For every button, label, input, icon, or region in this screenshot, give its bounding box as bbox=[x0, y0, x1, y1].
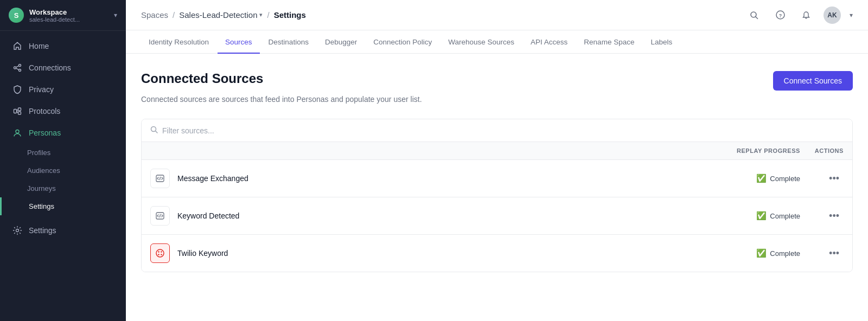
breadcrumb-space-name[interactable]: Sales-Lead-Detection ▾ bbox=[179, 10, 263, 20]
sidebar-item-privacy-label: Privacy bbox=[29, 85, 54, 94]
svg-rect-6 bbox=[18, 108, 21, 111]
page-description: Connected sources are sources that feed … bbox=[141, 95, 853, 104]
source-more-button-keyword-detected[interactable]: ••• bbox=[825, 208, 844, 224]
source-status-twilio-keyword: ✅ Complete bbox=[703, 248, 800, 258]
tab-labels[interactable]: Labels bbox=[643, 30, 680, 54]
privacy-icon bbox=[12, 85, 22, 94]
tab-debugger[interactable]: Debugger bbox=[317, 30, 365, 54]
sidebar-item-protocols-label: Protocols bbox=[29, 107, 60, 115]
notifications-button[interactable] bbox=[797, 7, 815, 24]
source-name-twilio-keyword: Twilio Keyword bbox=[177, 249, 703, 258]
main-content: Spaces / Sales-Lead-Detection ▾ / Settin… bbox=[126, 0, 868, 321]
space-name-text: Sales-Lead-Detection bbox=[179, 10, 257, 20]
source-status-keyword-detected: ✅ Complete bbox=[703, 211, 800, 221]
source-icon-keyword-detected bbox=[150, 206, 170, 226]
source-row-keyword-detected: Keyword Detected ✅ Complete ••• bbox=[142, 197, 852, 235]
tab-identity-resolution[interactable]: Identity Resolution bbox=[141, 30, 216, 54]
svg-point-22 bbox=[156, 249, 164, 257]
svg-point-26 bbox=[161, 254, 162, 255]
top-header: Spaces / Sales-Lead-Detection ▾ / Settin… bbox=[126, 0, 868, 30]
source-more-button-twilio-keyword[interactable]: ••• bbox=[825, 246, 844, 261]
complete-check-icon-3: ✅ bbox=[756, 248, 767, 258]
tab-connection-policy[interactable]: Connection Policy bbox=[366, 30, 439, 54]
complete-check-icon-2: ✅ bbox=[756, 211, 767, 221]
sidebar-item-home[interactable]: Home bbox=[0, 35, 126, 57]
home-icon bbox=[12, 41, 22, 51]
audiences-label: Audiences bbox=[27, 166, 60, 175]
sidebar-item-settings[interactable]: Settings bbox=[0, 220, 126, 241]
journeys-label: Journeys bbox=[27, 184, 56, 192]
source-more-button-message-exchanged[interactable]: ••• bbox=[825, 171, 844, 187]
breadcrumb-sep-1: / bbox=[173, 10, 175, 20]
svg-point-2 bbox=[19, 69, 21, 72]
protocols-icon bbox=[12, 106, 22, 116]
source-icon-twilio-keyword bbox=[150, 243, 170, 263]
code-icon-2 bbox=[155, 211, 165, 221]
svg-line-3 bbox=[16, 66, 18, 67]
settings-icon bbox=[12, 226, 22, 235]
tab-warehouse-sources[interactable]: Warehouse Sources bbox=[441, 30, 522, 54]
complete-check-icon: ✅ bbox=[756, 174, 767, 183]
workspace-name: Workspace bbox=[29, 8, 108, 16]
tab-destinations[interactable]: Destinations bbox=[261, 30, 316, 54]
svg-point-23 bbox=[158, 251, 159, 253]
svg-rect-7 bbox=[18, 112, 21, 114]
filter-sources-input[interactable] bbox=[162, 126, 844, 135]
sidebar-item-personas[interactable]: Personas bbox=[0, 122, 126, 144]
space-chevron-icon: ▾ bbox=[259, 11, 263, 18]
sidebar-item-home-label: Home bbox=[29, 42, 49, 50]
settings-sub-label: Settings bbox=[29, 202, 54, 210]
tab-api-access[interactable]: API Access bbox=[523, 30, 575, 54]
sidebar-item-connections-label: Connections bbox=[29, 63, 71, 72]
sidebar: S Workspace sales-lead-detect... ▾ Home bbox=[0, 0, 126, 321]
search-icon bbox=[750, 11, 758, 20]
svg-point-10 bbox=[16, 130, 19, 133]
filter-row bbox=[142, 119, 852, 142]
help-icon: ? bbox=[776, 10, 785, 20]
sidebar-item-privacy[interactable]: Privacy bbox=[0, 79, 126, 100]
breadcrumb: Spaces / Sales-Lead-Detection ▾ / Settin… bbox=[141, 10, 306, 20]
connections-icon bbox=[12, 63, 22, 73]
page-title: Connected Sources bbox=[141, 71, 263, 86]
svg-text:?: ? bbox=[778, 13, 782, 18]
status-text-keyword-detected: Complete bbox=[770, 212, 800, 220]
sidebar-subitem-journeys[interactable]: Journeys bbox=[0, 179, 126, 197]
twilio-icon bbox=[155, 248, 165, 258]
workspace-chevron-icon: ▾ bbox=[114, 11, 117, 19]
source-icon-message-exchanged bbox=[150, 169, 170, 188]
filter-search-icon bbox=[150, 126, 158, 135]
workspace-sub: sales-lead-detect... bbox=[29, 16, 108, 23]
sidebar-subitem-profiles[interactable]: Profiles bbox=[0, 144, 126, 162]
avatar-chevron-icon[interactable]: ▾ bbox=[850, 11, 853, 19]
profiles-label: Profiles bbox=[27, 149, 50, 157]
svg-point-0 bbox=[14, 67, 16, 69]
avatar[interactable]: AK bbox=[824, 7, 841, 24]
workspace-header[interactable]: S Workspace sales-lead-detect... ▾ bbox=[0, 0, 126, 31]
svg-line-21 bbox=[160, 215, 161, 217]
source-actions-message-exchanged: ••• bbox=[800, 171, 844, 187]
sidebar-item-protocols[interactable]: Protocols bbox=[0, 100, 126, 122]
sidebar-subitem-audiences[interactable]: Audiences bbox=[0, 162, 126, 179]
svg-point-11 bbox=[16, 229, 19, 232]
source-status-message-exchanged: ✅ Complete bbox=[703, 174, 800, 183]
page-header: Connected Sources Connect Sources bbox=[141, 71, 853, 91]
svg-line-19 bbox=[160, 177, 161, 180]
search-button[interactable] bbox=[745, 7, 763, 24]
breadcrumb-spaces-link[interactable]: Spaces bbox=[141, 10, 168, 20]
source-row-twilio-keyword: Twilio Keyword ✅ Complete ••• bbox=[142, 235, 852, 272]
th-replay-progress: REPLAY PROGRESS bbox=[703, 147, 800, 154]
sidebar-item-connections[interactable]: Connections bbox=[0, 57, 126, 79]
svg-point-24 bbox=[161, 251, 162, 253]
tab-rename-space[interactable]: Rename Space bbox=[576, 30, 642, 54]
bell-icon bbox=[802, 11, 810, 20]
personas-icon bbox=[12, 128, 22, 138]
source-name-keyword-detected: Keyword Detected bbox=[177, 211, 703, 220]
status-text-twilio-keyword: Complete bbox=[770, 249, 800, 258]
svg-line-4 bbox=[16, 68, 18, 70]
sidebar-subitem-settings[interactable]: Settings bbox=[0, 197, 126, 215]
workspace-logo-icon: S bbox=[9, 8, 24, 23]
status-text-message-exchanged: Complete bbox=[770, 175, 800, 183]
connect-sources-button[interactable]: Connect Sources bbox=[773, 71, 853, 91]
help-button[interactable]: ? bbox=[771, 7, 789, 24]
tab-sources[interactable]: Sources bbox=[218, 30, 260, 54]
